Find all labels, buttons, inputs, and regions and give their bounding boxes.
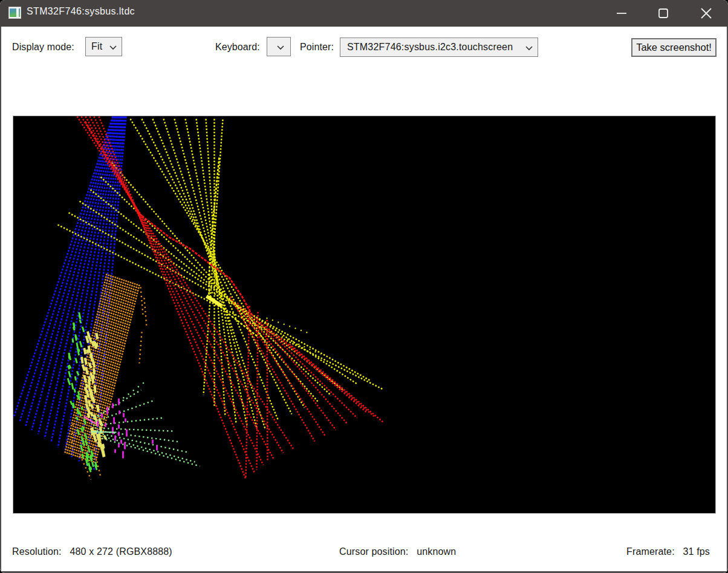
- select-keyboard[interactable]: [267, 37, 291, 56]
- select-display-mode[interactable]: Fit: [85, 37, 122, 56]
- btn-close[interactable]: [692, 0, 720, 27]
- framebuffer: [13, 116, 715, 513]
- titlebar: STM32F746:sysbus.ltdc: [0, 0, 728, 27]
- status-framerate: Framerate: 31 fps: [626, 546, 710, 557]
- btn-maximize[interactable]: [649, 0, 677, 27]
- btn-screenshot[interactable]: Take screenshot!: [631, 38, 717, 57]
- page: STM32F746:sysbus.ltdc Display mode: Fit …: [0, 0, 728, 573]
- title-text: STM32F746:sysbus.ltdc: [27, 6, 135, 17]
- label-pointer: Pointer:: [300, 41, 334, 54]
- status-cursor: Cursor position: unknown: [339, 546, 456, 557]
- window: STM32F746:sysbus.ltdc Display mode: Fit …: [0, 0, 728, 573]
- status-resolution: Resolution: 480 x 272 (RGBX8888): [12, 546, 172, 557]
- label-keyboard: Keyboard:: [215, 41, 260, 54]
- btn-minimize[interactable]: [607, 0, 635, 27]
- select-pointer[interactable]: STM32F746:sysbus.i2c3.touchscreen: [340, 38, 538, 57]
- label-display-mode: Display mode:: [12, 41, 74, 54]
- display: [13, 116, 716, 514]
- title-icon: [8, 7, 21, 19]
